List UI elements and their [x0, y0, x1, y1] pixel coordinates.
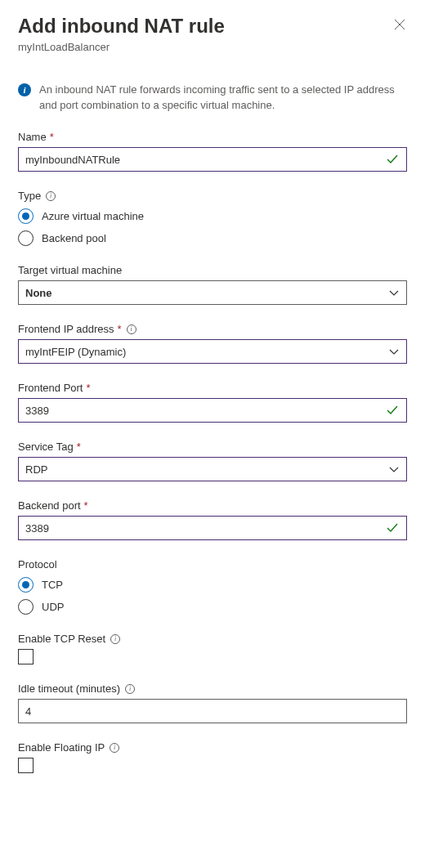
tcp-reset-checkbox[interactable] [18, 649, 34, 664]
floating-ip-checkbox[interactable] [18, 758, 34, 773]
check-icon [385, 403, 400, 418]
type-radio-azure-vm[interactable]: Azure virtual machine [18, 208, 407, 224]
target-vm-value [25, 287, 388, 299]
name-input[interactable] [25, 154, 385, 166]
radio-label: Azure virtual machine [42, 210, 144, 222]
backend-port-input[interactable] [25, 522, 385, 535]
check-icon [385, 521, 400, 535]
name-label: Name [18, 131, 47, 143]
chevron-down-icon [388, 346, 400, 357]
radio-label: TCP [42, 579, 63, 591]
radio-icon [18, 577, 34, 593]
idle-timeout-input[interactable] [25, 705, 400, 718]
chevron-down-icon [388, 463, 400, 475]
radio-icon [18, 599, 34, 615]
target-vm-select[interactable] [18, 280, 407, 305]
type-radio-backend-pool[interactable]: Backend pool [18, 230, 407, 246]
protocol-radio-tcp[interactable]: TCP [18, 577, 407, 593]
idle-timeout-label: Idle timeout (minutes) [18, 682, 120, 695]
required-marker: * [84, 499, 88, 512]
radio-label: UDP [42, 601, 64, 613]
page-title: Add inbound NAT rule [18, 15, 225, 38]
hint-icon[interactable]: i [46, 191, 56, 201]
floating-ip-label: Enable Floating IP [18, 741, 105, 754]
hint-icon[interactable]: i [125, 684, 135, 694]
required-marker: * [77, 441, 81, 453]
frontend-ip-select[interactable] [18, 339, 407, 364]
radio-icon [18, 208, 34, 224]
page-subtitle: myIntLoadBalancer [18, 41, 225, 53]
frontend-port-input[interactable] [25, 405, 385, 417]
frontend-port-label: Frontend Port [18, 382, 83, 394]
radio-label: Backend pool [42, 232, 106, 244]
radio-icon [18, 230, 34, 246]
required-marker: * [87, 382, 91, 394]
backend-port-label: Backend port [18, 499, 81, 512]
service-tag-value [25, 463, 388, 476]
close-icon[interactable] [394, 15, 407, 34]
tcp-reset-label: Enable TCP Reset [18, 633, 105, 645]
target-vm-label: Target virtual machine [18, 264, 122, 276]
required-marker: * [50, 131, 54, 143]
service-tag-select[interactable] [18, 457, 407, 481]
protocol-radio-udp[interactable]: UDP [18, 599, 407, 615]
hint-icon[interactable]: i [110, 743, 119, 753]
hint-icon[interactable]: i [127, 324, 136, 334]
info-icon: i [18, 83, 31, 96]
protocol-label: Protocol [18, 558, 57, 570]
type-label: Type [18, 190, 41, 202]
service-tag-label: Service Tag [18, 441, 74, 453]
hint-icon[interactable]: i [110, 634, 120, 644]
check-icon [385, 152, 400, 167]
frontend-ip-label: Frontend IP address [18, 323, 114, 335]
chevron-down-icon [388, 287, 400, 298]
info-text: An inbound NAT rule forwards incoming tr… [39, 83, 407, 114]
required-marker: * [118, 323, 122, 335]
frontend-ip-value [25, 346, 388, 358]
